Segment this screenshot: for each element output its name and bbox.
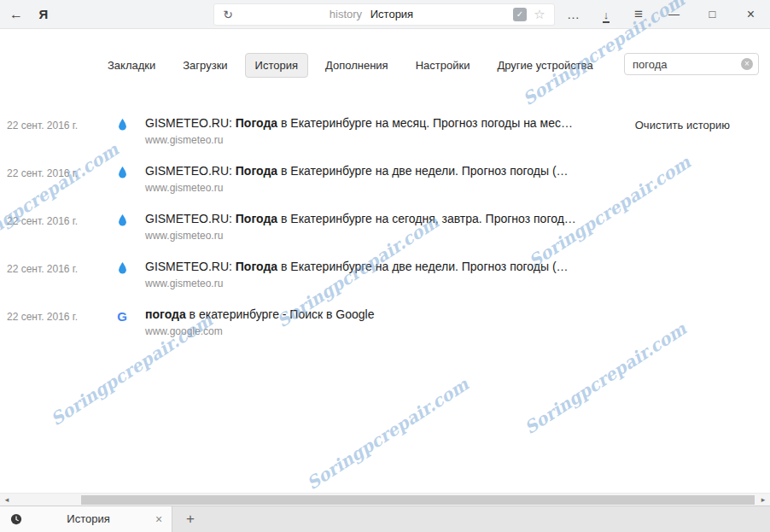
history-entry-title[interactable]: GISMETEO.RU: Погода в Екатеринбурге на с…	[145, 212, 576, 225]
gismeteo-droplet-icon	[117, 213, 128, 227]
address-bar[interactable]: ↻ history История ✓ ☆	[213, 3, 555, 26]
history-entry-url: www.gismeteo.ru	[145, 134, 223, 146]
maximize-button[interactable]: □	[693, 0, 732, 29]
close-window-button[interactable]: ×	[732, 0, 770, 29]
tab-title: История	[29, 506, 148, 532]
history-date: 22 сент. 2016 г.	[7, 215, 78, 227]
nav-tab[interactable]: Дополнения	[315, 53, 399, 78]
history-list: 22 сент. 2016 г. G GISMETEO.RU: Погода в…	[0, 111, 770, 350]
toolbar-right-controls: … ↓ ≡ — □ ×	[557, 0, 770, 29]
history-entry-url: www.google.com	[145, 325, 223, 337]
site-favicon: G	[114, 261, 130, 277]
history-date: 22 сент. 2016 г.	[7, 120, 78, 132]
history-row[interactable]: 22 сент. 2016 г. G GISMETEO.RU: Погода в…	[0, 111, 770, 159]
site-favicon: G	[114, 213, 130, 229]
gismeteo-droplet-icon	[117, 261, 128, 275]
history-date: 22 сент. 2016 г.	[7, 263, 78, 275]
address-text: history История	[240, 4, 503, 25]
history-row[interactable]: 22 сент. 2016 г. G GISMETEO.RU: Погода в…	[0, 159, 770, 207]
bookmark-star-icon[interactable]: ☆	[531, 4, 548, 25]
scrollbar-thumb[interactable]	[81, 495, 755, 505]
history-row[interactable]: 22 сент. 2016 г. G GISMETEO.RU: Погода в…	[0, 254, 770, 302]
history-entry-url: www.gismeteo.ru	[145, 182, 223, 194]
google-g-icon: G	[117, 309, 127, 324]
minimize-button[interactable]: —	[655, 0, 693, 29]
history-search-input[interactable]: погода ×	[624, 53, 759, 75]
history-clock-icon	[10, 513, 22, 525]
nav-tab[interactable]: История	[245, 53, 308, 78]
address-title: История	[370, 8, 413, 20]
close-tab-icon[interactable]: ×	[151, 506, 166, 532]
gismeteo-droplet-icon	[117, 166, 128, 179]
browser-window: ← Я ↻ history История ✓ ☆ … ↓ ≡ — □ × За…	[0, 0, 770, 532]
nav-tab[interactable]: Настройки	[405, 53, 481, 78]
bottom-tab-strip: История × +	[0, 506, 770, 532]
site-favicon: G	[114, 166, 130, 181]
clear-search-icon[interactable]: ×	[741, 58, 753, 70]
browser-toolbar: ← Я ↻ history История ✓ ☆ … ↓ ≡ — □ ×	[0, 0, 770, 29]
history-date: 22 сент. 2016 г.	[7, 311, 78, 323]
history-entry-title[interactable]: погода в екатеринбурге - Поиск в Google	[145, 307, 375, 321]
watermark: Soringpcrepair.com	[521, 337, 661, 438]
history-date: 22 сент. 2016 г.	[7, 167, 78, 179]
scroll-left-icon[interactable]: ◂	[0, 494, 14, 506]
extensions-more-icon[interactable]: …	[557, 0, 590, 29]
site-favicon: G	[114, 309, 130, 324]
history-entry-url: www.gismeteo.ru	[145, 278, 223, 289]
downloads-icon[interactable]: ↓	[590, 0, 622, 29]
back-icon[interactable]: ←	[3, 0, 29, 29]
history-row[interactable]: 22 сент. 2016 г. G погода в екатеринбург…	[0, 302, 770, 350]
nav-tab[interactable]: Закладки	[97, 53, 166, 78]
search-value[interactable]: погода	[625, 58, 741, 71]
nav-tab[interactable]: Другие устройства	[487, 53, 603, 78]
horizontal-scrollbar[interactable]: ◂ ▸	[0, 493, 770, 506]
new-tab-button[interactable]: +	[178, 506, 203, 532]
scroll-right-icon[interactable]: ▸	[756, 494, 770, 506]
history-page-nav: Закладки Загрузки История Дополнения Нас…	[97, 53, 604, 78]
protect-shield-icon[interactable]: ✓	[513, 8, 527, 21]
history-entry-url: www.gismeteo.ru	[145, 230, 223, 242]
history-row[interactable]: 22 сент. 2016 г. G GISMETEO.RU: Погода в…	[0, 207, 770, 254]
address-prefix: history	[330, 8, 362, 20]
refresh-icon[interactable]: ↻	[219, 4, 236, 25]
nav-tab[interactable]: Загрузки	[172, 53, 237, 78]
history-entry-title[interactable]: GISMETEO.RU: Погода в Екатеринбурге на д…	[145, 164, 569, 178]
history-entry-title[interactable]: GISMETEO.RU: Погода в Екатеринбурге на м…	[145, 116, 573, 130]
gismeteo-droplet-icon	[117, 118, 128, 132]
history-entry-title[interactable]: GISMETEO.RU: Погода в Екатеринбурге на д…	[145, 260, 569, 273]
yandex-logo-icon[interactable]: Я	[31, 0, 56, 29]
watermark: Soringpcrepair.com	[303, 393, 443, 494]
menu-hamburger-icon[interactable]: ≡	[622, 0, 655, 29]
site-favicon: G	[114, 118, 130, 133]
active-browser-tab[interactable]: История ×	[0, 506, 172, 532]
